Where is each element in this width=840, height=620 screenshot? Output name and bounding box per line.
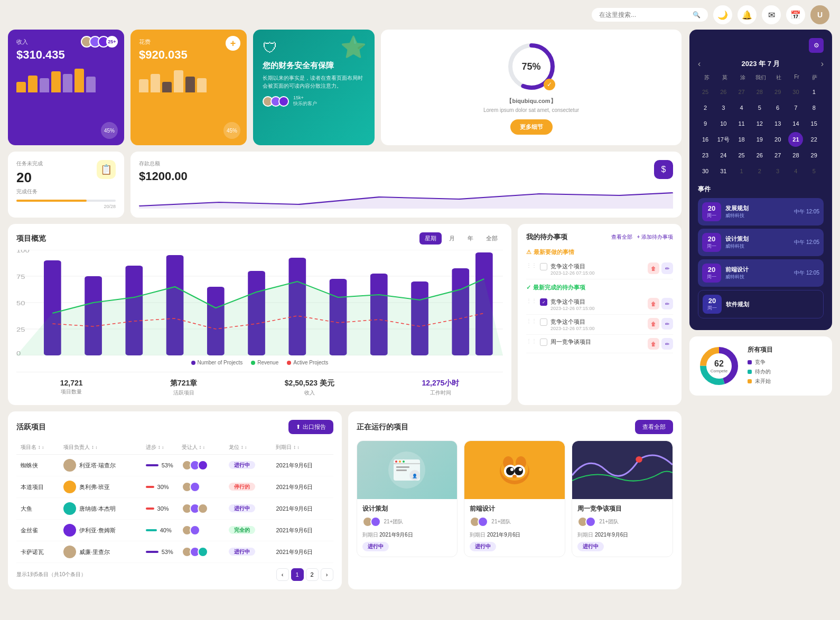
left-column: 25+ 收入 $310.435 45% + 花费 $ — [8, 30, 682, 589]
tab-week[interactable]: 星期 — [419, 232, 442, 245]
progress-detail-btn[interactable]: 更多细节 — [510, 119, 553, 135]
cal-cell[interactable]: 29 — [770, 84, 785, 99]
cal-cell[interactable]: 28 — [788, 148, 803, 163]
search-input[interactable] — [599, 11, 688, 18]
avatar[interactable]: U — [810, 5, 829, 24]
todo-checkbox-1[interactable] — [540, 263, 547, 270]
drag-handle-3[interactable]: ⋮⋮ — [526, 318, 537, 324]
cal-prev-btn[interactable]: ‹ — [698, 59, 701, 69]
cal-cell[interactable]: 5 — [752, 100, 767, 115]
col-due[interactable]: 到期日 ↕ — [272, 440, 333, 455]
todo-add-link[interactable]: + 添加待办事项 — [637, 233, 673, 241]
cal-cell[interactable]: 2 — [698, 100, 713, 115]
pager-page-2[interactable]: 2 — [306, 568, 319, 581]
todo-view-all-link[interactable]: 查看全部 — [611, 233, 632, 241]
cal-next-btn[interactable]: › — [821, 59, 824, 69]
todo-checkbox-2[interactable]: ✓ — [540, 298, 547, 306]
cal-cell[interactable]: 22 — [807, 132, 822, 147]
cal-cell[interactable]: 27 — [770, 148, 785, 163]
theme-toggle-btn[interactable]: 🌙 — [713, 5, 732, 24]
cal-cell[interactable]: 27 — [734, 84, 749, 99]
cal-cell[interactable]: 17号 — [716, 132, 731, 147]
event-3[interactable]: 20 周一 前端设计 威特科技 中午 12:05 — [698, 259, 824, 287]
search-box[interactable]: 🔍 — [592, 8, 708, 22]
cal-cell[interactable]: 3 — [716, 100, 731, 115]
todo-edit-3[interactable]: ✏ — [661, 318, 673, 330]
todo-delete-2[interactable]: 🗑 — [648, 298, 659, 309]
pager-buttons[interactable]: ‹ 1 2 › — [276, 568, 333, 581]
tab-month[interactable]: 月 — [444, 232, 460, 245]
notification-btn[interactable]: 🔔 — [738, 5, 757, 24]
todo-edit-4[interactable]: ✏ — [661, 338, 673, 350]
cal-cell[interactable]: 4 — [788, 164, 803, 179]
cal-cell[interactable]: 10 — [716, 116, 731, 131]
event-1[interactable]: 20 周一 发展规划 威特科技 中午 12:05 — [698, 198, 824, 226]
pager-page-1[interactable]: 1 — [291, 568, 304, 581]
cal-cell[interactable]: 25 — [698, 84, 713, 99]
cal-cell[interactable]: 1 — [734, 164, 749, 179]
todo-delete-3[interactable]: 🗑 — [648, 318, 659, 330]
cal-cell[interactable]: 20 — [770, 132, 785, 147]
cal-cell[interactable]: 29 — [807, 148, 822, 163]
col-assignees[interactable]: 受让人 ↕ — [178, 440, 225, 455]
cal-cell[interactable]: 6 — [770, 100, 785, 115]
cal-cell[interactable]: 14 — [788, 116, 803, 131]
todo-delete-1[interactable]: 🗑 — [648, 262, 659, 274]
cal-cell[interactable]: 26 — [752, 148, 767, 163]
cal-cell[interactable]: 18 — [734, 132, 749, 147]
drag-handle-4[interactable]: ⋮⋮ — [526, 338, 537, 344]
table-row: 卡萨诺瓦 威廉·里查尔 53% — [16, 541, 333, 563]
todo-edit-1[interactable]: ✏ — [661, 262, 673, 274]
legend-dot-revenue — [251, 361, 255, 365]
cal-cell[interactable]: 21 — [788, 132, 803, 147]
cal-cell[interactable]: 8 — [807, 100, 822, 115]
cal-cell[interactable]: 9 — [698, 116, 713, 131]
tab-all[interactable]: 全部 — [481, 232, 503, 245]
cal-cell[interactable]: 5 — [807, 164, 822, 179]
cal-cell[interactable]: 12 — [752, 116, 767, 131]
cal-cell[interactable]: 1 — [807, 84, 822, 99]
pager-prev[interactable]: ‹ — [276, 568, 289, 581]
col-progress[interactable]: 进步 ↕ — [142, 440, 178, 455]
cal-cell[interactable]: 31 — [716, 164, 731, 179]
cal-cell[interactable]: 30 — [788, 84, 803, 99]
todo-delete-4[interactable]: 🗑 — [648, 338, 659, 350]
todo-checkbox-4[interactable] — [540, 339, 547, 346]
cal-cell[interactable]: 13 — [770, 116, 785, 131]
chart-tabs[interactable]: 星期 月 年 全部 — [419, 232, 503, 245]
cal-cell[interactable]: 30 — [698, 164, 713, 179]
event-2[interactable]: 20 周一 设计策划 威特科技 中午 12:05 — [698, 229, 824, 256]
settings-gear-btn[interactable]: ⚙ — [809, 38, 824, 53]
pager-next[interactable]: › — [321, 568, 333, 581]
drag-handle-1[interactable]: ⋮⋮ — [526, 262, 537, 268]
legend-sq-compete — [748, 360, 752, 364]
cal-cell[interactable]: 3 — [770, 164, 785, 179]
cal-cell[interactable]: 4 — [734, 100, 749, 115]
calendar-btn[interactable]: 📅 — [786, 5, 805, 24]
event-4[interactable]: 20 周一 软件规划 — [698, 290, 824, 318]
cal-cell[interactable]: 25 — [734, 148, 749, 163]
cal-cell[interactable]: 11 — [734, 116, 749, 131]
cal-cell[interactable]: 2 — [752, 164, 767, 179]
export-btn[interactable]: ⬆ 出口报告 — [288, 420, 333, 434]
cal-cell[interactable]: 19 — [752, 132, 767, 147]
cal-cell[interactable]: 15 — [807, 116, 822, 131]
rp-view-all-btn[interactable]: 查看全部 — [635, 420, 673, 434]
mail-btn[interactable]: ✉ — [762, 5, 781, 24]
todo-checkbox-3[interactable] — [540, 318, 547, 326]
cal-grid[interactable]: 2526272829301234567891011121314151617号18… — [698, 84, 824, 179]
cal-cell[interactable]: 23 — [698, 148, 713, 163]
cal-cell[interactable]: 26 — [716, 84, 731, 99]
col-lead[interactable]: 项目负责人 ↕ — [59, 440, 142, 455]
bar-5 — [63, 74, 72, 92]
cal-cell[interactable]: 28 — [752, 84, 767, 99]
bar-7 — [86, 77, 96, 92]
col-status[interactable]: 龙位 ↕ — [225, 440, 272, 455]
cal-cell[interactable]: 16 — [698, 132, 713, 147]
cal-cell[interactable]: 24 — [716, 148, 731, 163]
cal-cell[interactable]: 7 — [788, 100, 803, 115]
tab-year[interactable]: 年 — [462, 232, 479, 245]
col-name[interactable]: 项目名 ↕ — [16, 440, 59, 455]
todo-edit-2[interactable]: ✏ — [661, 298, 673, 309]
drag-handle-2[interactable]: ⋮⋮ — [526, 298, 537, 304]
